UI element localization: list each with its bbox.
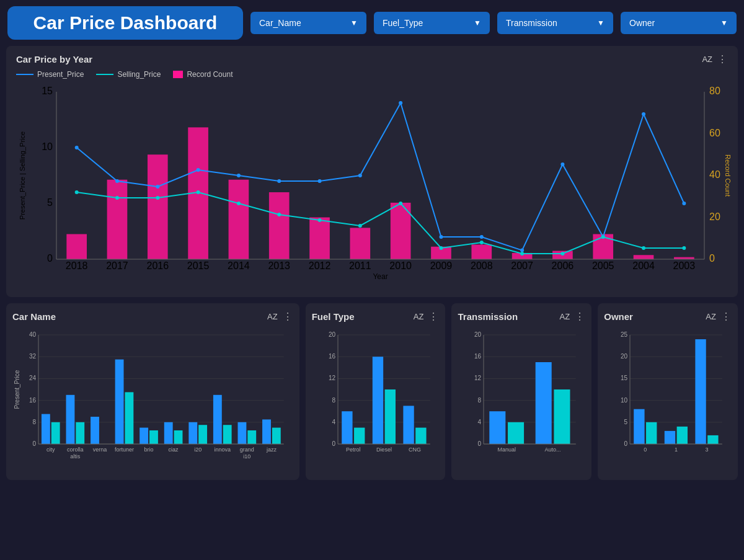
- svg-text:Record Count: Record Count: [724, 154, 730, 197]
- svg-rect-34: [148, 154, 168, 259]
- svg-text:0: 0: [478, 440, 482, 447]
- svg-rect-143: [354, 428, 365, 444]
- svg-text:Petrol: Petrol: [346, 447, 361, 453]
- svg-rect-106: [115, 360, 124, 444]
- svg-point-58: [480, 235, 484, 239]
- svg-text:5: 5: [47, 197, 53, 208]
- svg-rect-109: [140, 428, 148, 444]
- svg-text:80: 80: [709, 86, 720, 96]
- svg-point-65: [115, 196, 119, 200]
- svg-rect-115: [188, 422, 197, 444]
- transmission-more-icon[interactable]: ⋮: [575, 311, 585, 322]
- top-chart-svg: 0510150204060802018201720162015201420132…: [16, 82, 730, 287]
- svg-text:0: 0: [709, 253, 715, 264]
- owner-chart-svg: 0510152025013: [604, 327, 732, 470]
- owner-more-icon[interactable]: ⋮: [721, 311, 732, 322]
- svg-text:8: 8: [478, 397, 482, 404]
- svg-point-67: [197, 190, 200, 194]
- svg-text:1: 1: [675, 447, 678, 453]
- svg-text:jazz: jazz: [266, 447, 277, 453]
- legend-present-price-label: Present_Price: [37, 70, 84, 79]
- svg-point-63: [682, 202, 686, 205]
- fuel-type-chart-svg: 048121620PetrolDieselCNG: [312, 327, 440, 470]
- svg-text:Present_Price | Selling_Price: Present_Price | Selling_Price: [19, 131, 26, 220]
- svg-rect-169: [554, 389, 570, 444]
- svg-rect-191: [696, 339, 706, 444]
- svg-text:16: 16: [29, 397, 37, 404]
- top-chart-title: Car Price by Year: [16, 54, 92, 64]
- fuel-type-dropdown[interactable]: Fuel_Type ▼: [374, 12, 490, 34]
- svg-text:2018: 2018: [66, 260, 88, 271]
- car-name-arrow: ▼: [350, 19, 358, 27]
- svg-point-50: [156, 185, 159, 189]
- fuel-type-more-icon[interactable]: ⋮: [428, 311, 439, 322]
- svg-rect-99: [66, 395, 75, 444]
- svg-text:0: 0: [332, 440, 335, 447]
- svg-rect-119: [223, 425, 232, 444]
- svg-text:grand: grand: [240, 447, 254, 453]
- az-icon-car: AZ: [267, 312, 278, 321]
- svg-text:2006: 2006: [552, 260, 574, 271]
- svg-point-69: [277, 213, 281, 216]
- svg-text:altis: altis: [70, 453, 81, 460]
- svg-point-49: [115, 179, 119, 183]
- svg-rect-42: [471, 244, 492, 259]
- bottom-row: Car Name AZ ⋮ 0816243240Present_Pricecit…: [6, 303, 738, 480]
- svg-point-53: [277, 179, 281, 183]
- svg-rect-125: [262, 419, 271, 444]
- svg-text:8: 8: [332, 397, 335, 404]
- svg-text:2008: 2008: [471, 260, 493, 271]
- svg-text:40: 40: [29, 331, 37, 338]
- svg-text:2017: 2017: [106, 260, 128, 271]
- car-name-more-icon[interactable]: ⋮: [283, 311, 293, 322]
- more-options-icon[interactable]: ⋮: [717, 53, 728, 65]
- svg-text:16: 16: [474, 353, 482, 360]
- svg-rect-121: [237, 422, 246, 444]
- car-name-dropdown[interactable]: Car_Name ▼: [250, 12, 366, 34]
- svg-point-75: [520, 252, 524, 256]
- top-chart-legend: Present_Price Selling_Price Record Count: [16, 70, 728, 79]
- transmission-chart-header: Transmission AZ ⋮: [458, 311, 585, 322]
- svg-point-76: [560, 252, 564, 256]
- svg-point-64: [75, 190, 79, 194]
- svg-point-78: [642, 246, 645, 250]
- svg-text:20: 20: [329, 331, 336, 338]
- svg-rect-96: [42, 414, 50, 444]
- legend-selling-price: Selling_Price: [96, 70, 161, 79]
- svg-rect-107: [125, 392, 133, 444]
- svg-text:2005: 2005: [592, 260, 614, 271]
- svg-text:Year: Year: [373, 272, 388, 281]
- page-title: Car Price Dashboard: [33, 12, 218, 33]
- svg-rect-110: [149, 430, 158, 444]
- svg-point-60: [560, 162, 564, 166]
- svg-rect-145: [372, 357, 383, 444]
- svg-point-71: [358, 224, 362, 228]
- svg-text:0: 0: [624, 440, 628, 447]
- az-icon-trans: AZ: [560, 312, 570, 321]
- svg-text:4: 4: [332, 419, 335, 425]
- transmission-controls: AZ ⋮: [560, 311, 586, 322]
- svg-text:2013: 2013: [268, 260, 290, 271]
- svg-text:12: 12: [329, 375, 336, 381]
- main-content: Car Price by Year AZ ⋮ Present_Price Sel…: [0, 46, 744, 485]
- svg-rect-46: [634, 255, 654, 259]
- svg-text:Diesel: Diesel: [376, 447, 392, 453]
- svg-rect-38: [309, 218, 330, 260]
- svg-rect-100: [76, 422, 84, 444]
- svg-rect-149: [415, 428, 426, 444]
- svg-text:i10: i10: [243, 453, 250, 460]
- svg-text:5: 5: [624, 419, 628, 425]
- svg-point-77: [601, 235, 605, 239]
- car-name-controls: AZ ⋮: [267, 311, 293, 322]
- svg-text:60: 60: [709, 128, 720, 138]
- transmission-dropdown[interactable]: Transmission ▼: [497, 12, 613, 34]
- svg-text:10: 10: [621, 397, 628, 404]
- svg-rect-148: [403, 406, 414, 444]
- car-name-chart-header: Car Name AZ ⋮: [12, 311, 293, 322]
- svg-text:ciaz: ciaz: [169, 447, 179, 453]
- svg-text:0: 0: [32, 440, 36, 447]
- fuel-type-chart-header: Fuel Type AZ ⋮: [312, 311, 440, 322]
- svg-point-72: [399, 202, 402, 205]
- owner-dropdown[interactable]: Owner ▼: [621, 12, 737, 34]
- svg-text:10: 10: [42, 141, 53, 152]
